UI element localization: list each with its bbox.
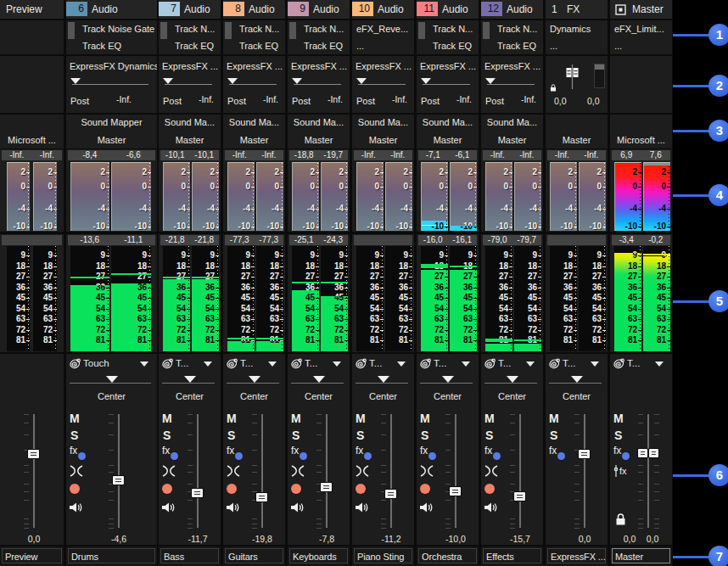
automation-mode-label[interactable]: T... — [434, 358, 446, 368]
output-bus[interactable]: Master — [288, 135, 350, 145]
fx-enabled-dot[interactable] — [364, 452, 372, 460]
automation-mode-label[interactable]: T... — [563, 358, 575, 368]
record-arm-button[interactable] — [356, 484, 366, 494]
send-name[interactable]: ExpressFX ... — [291, 61, 347, 71]
automation-mode-label[interactable]: T... — [240, 358, 253, 368]
strip-header[interactable]: 10Audio — [352, 0, 414, 19]
fx-button[interactable]: fx — [291, 445, 299, 457]
phase-invert-icon[interactable] — [227, 465, 240, 480]
output-device[interactable]: Sound Ma... — [481, 117, 543, 127]
output-bus[interactable]: Master — [352, 135, 414, 145]
automation-mode-label[interactable]: Touch — [83, 358, 109, 368]
fx-enabled-dot[interactable] — [622, 452, 630, 460]
send-tap-mode[interactable]: Post — [421, 96, 440, 106]
fader-handle[interactable] — [579, 450, 590, 458]
strip-header[interactable]: 8Audio — [223, 0, 285, 19]
automation-mode-label[interactable]: T... — [498, 358, 511, 368]
send-level-slider-track[interactable] — [358, 84, 406, 85]
send-level-slider-track[interactable] — [72, 84, 148, 85]
fx-insert-item[interactable]: Track EQ — [497, 41, 536, 51]
fx-button[interactable]: fx — [356, 445, 363, 457]
pan-slider-track[interactable] — [549, 383, 602, 384]
strip-header[interactable]: 9Audio — [288, 0, 350, 19]
fader-track[interactable] — [261, 414, 263, 528]
strip-header[interactable]: 11Audio — [417, 0, 479, 19]
output-device[interactable]: Sound Ma... — [288, 117, 350, 127]
insert-scrollbar[interactable] — [483, 22, 490, 39]
output-bus[interactable]: Master — [159, 135, 221, 145]
output-bus[interactable]: Master — [223, 135, 285, 145]
pan-slider-track[interactable] — [484, 383, 537, 384]
track-name-field[interactable]: Keyboards — [289, 548, 348, 563]
speaker-mute-icon[interactable] — [291, 501, 305, 516]
output-bus[interactable]: Master — [417, 135, 479, 145]
automation-mode-label[interactable]: T... — [305, 358, 317, 368]
fx-insert-item[interactable]: ... — [550, 41, 557, 51]
output-bus[interactable]: Microsoft ... — [0, 135, 64, 145]
fx-insert-item[interactable]: Track EQ — [433, 41, 472, 51]
mute-button[interactable]: M — [356, 412, 366, 425]
send-level-slider-thumb[interactable] — [227, 78, 238, 84]
track-name-field[interactable]: Orchestra — [418, 548, 477, 563]
output-device[interactable]: Sound Ma... — [417, 117, 479, 127]
phase-invert-icon[interactable] — [420, 465, 434, 480]
fx-enabled-dot[interactable] — [235, 452, 243, 460]
send-level-slider-thumb[interactable] — [70, 78, 81, 84]
fx-button[interactable]: fx — [70, 445, 77, 457]
send-level-slider-thumb[interactable] — [292, 78, 302, 84]
phase-invert-icon[interactable] — [356, 465, 369, 480]
pan-slider-thumb[interactable] — [106, 376, 118, 383]
solo-button[interactable]: S — [550, 429, 557, 442]
send-tap-mode[interactable]: Post — [292, 96, 311, 106]
pan-slider-thumb[interactable] — [442, 376, 454, 383]
output-device[interactable]: Sound Ma... — [159, 117, 221, 127]
send-level-slider-thumb[interactable] — [485, 78, 496, 84]
insert-scrollbar[interactable] — [289, 22, 296, 39]
output-device[interactable]: Sound Ma... — [223, 117, 285, 127]
phase-invert-icon[interactable] — [484, 465, 498, 480]
output-bus[interactable]: Master — [66, 135, 157, 145]
fx-insert-item[interactable]: Track N... — [304, 24, 344, 34]
automation-mode-label[interactable]: T... — [369, 358, 382, 368]
send-level-slider-track[interactable] — [229, 84, 277, 85]
fx-insert-item[interactable]: Track EQ — [175, 41, 214, 51]
automation-dropdown-chevron-icon[interactable] — [268, 361, 277, 367]
fx-insert-item[interactable]: Track EQ — [304, 41, 343, 51]
send-name[interactable]: ExpressFX ... — [484, 61, 540, 71]
send-level-slider-track[interactable] — [294, 84, 341, 85]
insert-scrollbar[interactable] — [68, 22, 75, 39]
insert-scrollbar[interactable] — [225, 22, 232, 39]
fx-insert-item[interactable]: Track EQ — [239, 41, 278, 51]
strip-header[interactable]: 1FX — [546, 0, 608, 19]
send-name[interactable]: ExpressFX ... — [162, 61, 218, 71]
pan-slider-thumb[interactable] — [313, 376, 325, 383]
mute-button[interactable]: M — [227, 412, 237, 425]
fader-handle[interactable] — [28, 450, 39, 458]
speaker-mute-icon[interactable] — [162, 501, 176, 516]
mute-button[interactable]: M — [549, 412, 559, 425]
output-device[interactable]: Sound Mapper — [66, 117, 157, 127]
pan-slider-track[interactable] — [227, 383, 279, 384]
pan-slider-track[interactable] — [70, 383, 151, 384]
strip-header[interactable]: Preview — [0, 0, 64, 19]
track-name-field[interactable]: Drums — [68, 548, 155, 563]
fx-button[interactable]: fx — [162, 445, 170, 457]
track-name-field[interactable]: Bass — [160, 548, 219, 563]
fader-track[interactable] — [455, 414, 456, 528]
mute-button[interactable]: M — [291, 412, 301, 425]
fader-handle-left[interactable] — [638, 449, 647, 457]
send-name[interactable]: ExpressFX ... — [420, 61, 476, 71]
fader-track[interactable] — [33, 414, 35, 528]
fader-handle[interactable] — [113, 476, 124, 485]
fx-insert-item[interactable]: Track EQ — [82, 41, 121, 51]
strip-header[interactable]: 7Audio — [159, 0, 221, 19]
automation-dropdown-chevron-icon[interactable] — [204, 361, 212, 367]
send-tap-mode[interactable]: Post — [356, 96, 375, 106]
send-tap-mode[interactable]: Post — [227, 96, 246, 106]
send-tap-mode[interactable]: Post — [70, 96, 89, 106]
fader-track[interactable] — [326, 414, 328, 528]
track-name-field[interactable]: Piano Sting — [354, 548, 412, 563]
output-device[interactable]: Sound Ma... — [352, 117, 414, 127]
fader-track[interactable] — [197, 414, 199, 528]
send-level-slider-thumb[interactable] — [421, 78, 431, 84]
